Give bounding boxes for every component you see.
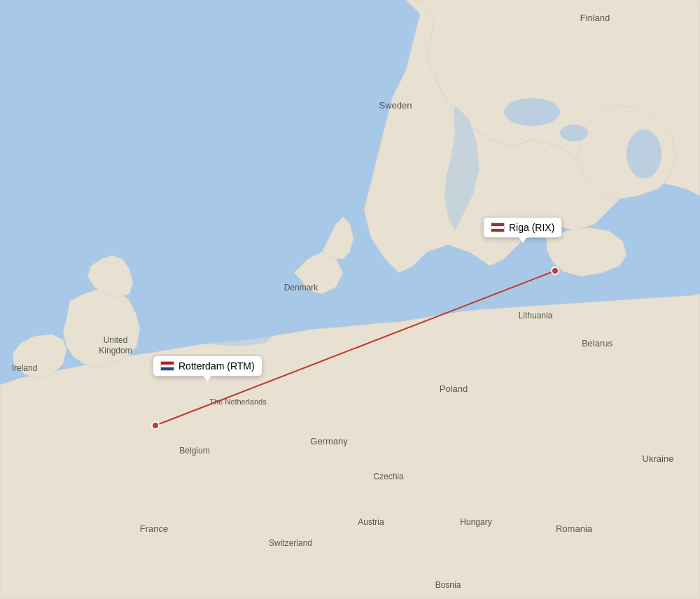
- svg-text:Hungary: Hungary: [460, 517, 491, 527]
- svg-text:Poland: Poland: [440, 383, 468, 394]
- map-container: Finland Sweden Lithuania United Kingdom …: [0, 0, 700, 599]
- svg-text:Ukraine: Ukraine: [643, 453, 674, 464]
- svg-point-26: [152, 422, 159, 429]
- map-svg: Finland Sweden Lithuania United Kingdom …: [0, 0, 700, 599]
- svg-text:France: France: [140, 523, 168, 534]
- svg-text:Sweden: Sweden: [379, 100, 412, 111]
- svg-text:Kingdom: Kingdom: [99, 346, 132, 355]
- svg-text:Czechia: Czechia: [373, 472, 404, 481]
- svg-point-2: [504, 98, 560, 126]
- svg-text:Denmark: Denmark: [284, 283, 319, 293]
- svg-text:Switzerland: Switzerland: [269, 538, 312, 548]
- svg-text:The Netherlands: The Netherlands: [209, 397, 267, 406]
- svg-point-1: [626, 129, 662, 178]
- svg-text:Germany: Germany: [310, 436, 348, 446]
- svg-text:Bosnia: Bosnia: [435, 580, 461, 590]
- svg-text:Romania: Romania: [556, 523, 593, 534]
- svg-text:Lithuania: Lithuania: [519, 311, 553, 320]
- svg-text:Belgium: Belgium: [179, 446, 209, 456]
- svg-text:Belarus: Belarus: [582, 338, 613, 348]
- svg-point-25: [552, 267, 559, 274]
- svg-text:Ireland: Ireland: [12, 363, 38, 373]
- svg-text:Finland: Finland: [580, 13, 610, 23]
- svg-point-3: [560, 125, 588, 141]
- svg-text:Austria: Austria: [358, 517, 384, 527]
- svg-text:United: United: [104, 335, 128, 345]
